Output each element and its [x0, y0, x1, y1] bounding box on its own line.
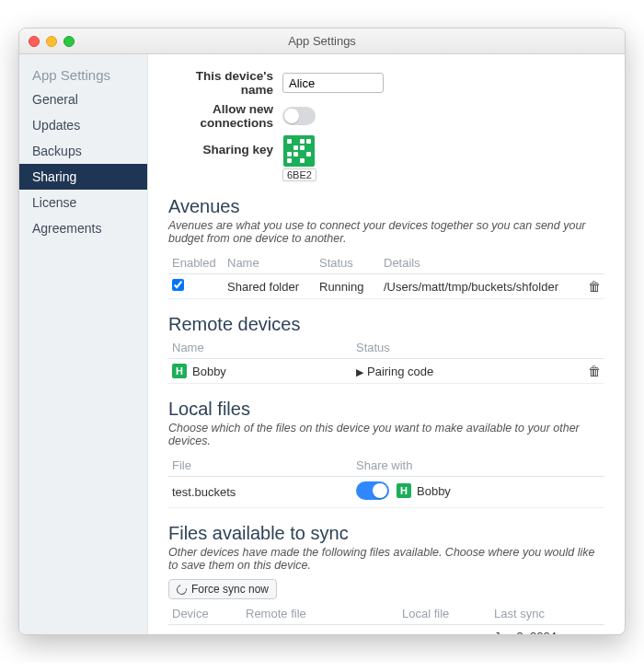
window-title: App Settings: [19, 34, 625, 48]
play-icon[interactable]: ▶: [356, 366, 363, 377]
remote-status: Pairing code: [367, 365, 433, 378]
table-row: Shared folder Running /Users/matt/tmp/bu…: [168, 274, 604, 299]
table-row: test.buckets HBobby: [168, 477, 604, 508]
col-share: Share with: [352, 455, 604, 477]
col-last: Last sync: [490, 603, 582, 625]
col-rname: Name: [168, 337, 352, 359]
table-row: HBobby test_from_alice.buckets test.buck…: [168, 625, 604, 635]
sync-local: test.buckets: [398, 625, 490, 635]
share-with-name: Bobby: [417, 484, 451, 498]
col-rstatus: Status: [352, 337, 582, 359]
trash-icon[interactable]: 🗑: [588, 279, 601, 294]
local-table: File Share with test.buckets HBobby: [168, 455, 604, 508]
col-device: Device: [168, 603, 242, 625]
col-name: Name: [224, 252, 316, 274]
avenue-enabled-checkbox[interactable]: [172, 279, 184, 291]
sidebar-item-agreements[interactable]: Agreements: [19, 215, 147, 241]
avenues-heading: Avenues: [168, 196, 604, 217]
device-name-label: This device's name: [168, 69, 282, 97]
col-status: Status: [316, 252, 380, 274]
sidebar-item-sharing[interactable]: Sharing: [19, 164, 147, 190]
col-local: Local file: [398, 603, 490, 625]
sync-table: Device Remote file Local file Last sync …: [168, 603, 604, 634]
avenue-details: /Users/matt/tmp/buckets/shfolder: [380, 274, 582, 299]
sidebar-item-updates[interactable]: Updates: [19, 112, 147, 138]
remote-device-name: Bobby: [192, 365, 226, 378]
table-row: HBobby ▶Pairing code 🗑: [168, 359, 604, 384]
qr-icon: [283, 135, 315, 167]
col-remote: Remote file: [242, 603, 398, 625]
share-toggle[interactable]: [356, 481, 389, 500]
device-icon: H: [172, 364, 187, 378]
sidebar-item-license[interactable]: License: [19, 190, 147, 215]
refresh-icon: [175, 582, 189, 596]
force-sync-button[interactable]: Force sync now: [168, 579, 277, 599]
titlebar[interactable]: App Settings: [19, 29, 625, 54]
local-desc: Choose which of the files on this device…: [168, 422, 604, 447]
app-window: App Settings App Settings General Update…: [18, 28, 626, 635]
sync-heading: Files available to sync: [168, 523, 604, 544]
sidebar-header: App Settings: [19, 60, 147, 87]
col-file: File: [168, 455, 352, 477]
sidebar: App Settings General Updates Backups Sha…: [19, 54, 148, 634]
avenue-status: Running: [316, 274, 380, 299]
allow-connections-toggle[interactable]: [282, 107, 316, 125]
force-sync-label: Force sync now: [191, 583, 269, 596]
device-name-input[interactable]: [282, 73, 384, 93]
local-file: test.buckets: [168, 477, 352, 508]
main-content: This device's name Allow new connections…: [148, 54, 625, 634]
trash-icon[interactable]: 🗑: [588, 364, 601, 378]
remote-table: Name Status HBobby ▶Pairing code 🗑: [168, 337, 604, 384]
avenue-name: Shared folder: [224, 274, 316, 299]
sidebar-item-general[interactable]: General: [19, 87, 147, 112]
avenues-table: Enabled Name Status Details Shared folde…: [168, 252, 604, 299]
remote-heading: Remote devices: [168, 314, 604, 335]
sharing-key-label: Sharing key: [168, 135, 282, 156]
sidebar-item-backups[interactable]: Backups: [19, 138, 147, 164]
device-icon: H: [397, 483, 411, 498]
col-details: Details: [380, 252, 582, 274]
avenues-desc: Avenues are what you use to connect your…: [168, 219, 604, 245]
sync-desc: Other devices have made the following fi…: [168, 546, 604, 572]
allow-connections-label: Allow new connections: [168, 102, 282, 130]
sharing-key: 6BE2: [282, 135, 316, 181]
col-enabled: Enabled: [168, 252, 224, 274]
sync-last: Jan 3, 2024 3:57 PM: [490, 625, 582, 635]
sync-remote: test_from_alice.buckets: [242, 625, 398, 635]
local-heading: Local files: [168, 399, 604, 420]
sharing-key-code: 6BE2: [282, 168, 316, 181]
